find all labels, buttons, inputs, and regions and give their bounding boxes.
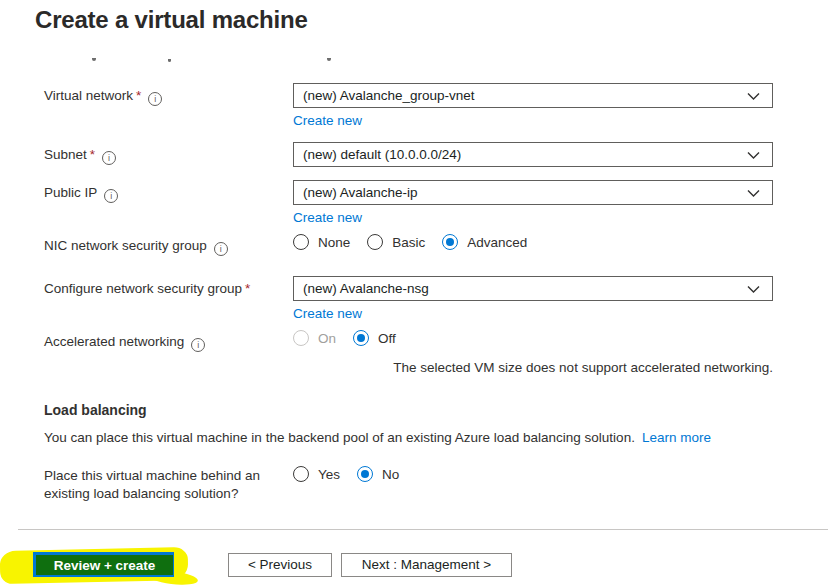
load-balancing-radio-group: Yes No (293, 465, 773, 482)
footer-divider (18, 529, 828, 530)
radio-icon-selected (353, 330, 369, 346)
configure-nsg-field: (new) Avalanche-nsg Create new (293, 276, 773, 322)
chevron-down-icon (747, 285, 760, 294)
chevron-down-icon (747, 189, 760, 198)
field-row-subnet: Subnet*i (new) default (10.0.0.0/24) (44, 142, 773, 167)
virtual-network-field: (new) Avalanche_group-vnet Create new (293, 83, 773, 129)
radio-icon-selected (442, 234, 458, 250)
field-row-accelerated-networking: Accelerated networkingi On Off (44, 329, 773, 352)
field-row-load-balancing-question: Place this virtual machine behind an exi… (44, 465, 773, 502)
configure-nsg-select[interactable]: (new) Avalanche-nsg (293, 276, 773, 301)
accelerated-networking-radio-group: On Off (293, 329, 773, 346)
chevron-down-icon (747, 92, 760, 101)
required-marker: * (90, 147, 95, 162)
required-marker: * (245, 281, 250, 296)
radio-option-basic[interactable]: Basic (367, 234, 425, 250)
info-icon[interactable]: i (102, 151, 116, 165)
info-icon[interactable]: i (214, 242, 228, 256)
radio-icon (293, 234, 309, 250)
radio-icon-selected (357, 466, 373, 482)
radio-label: Yes (318, 467, 340, 482)
nic-nsg-label: NIC network security groupi (44, 233, 293, 256)
subnet-label: Subnet*i (44, 142, 293, 165)
radio-icon-disabled (293, 330, 309, 346)
next-management-button[interactable]: Next : Management > (341, 553, 512, 577)
field-row-configure-nsg: Configure network security group* (new) … (44, 276, 773, 322)
virtual-network-label: Virtual network*i (44, 83, 293, 106)
radio-option-off[interactable]: Off (353, 330, 396, 346)
public-ip-select[interactable]: (new) Avalanche-ip (293, 180, 773, 205)
label-text: NIC network security group (44, 238, 207, 253)
radio-label: Off (378, 331, 396, 346)
virtual-network-create-new-link[interactable]: Create new (293, 113, 362, 128)
field-row-virtual-network: Virtual network*i (new) Avalanche_group-… (44, 83, 773, 129)
load-balancing-description: You can place this virtual machine in th… (44, 430, 788, 445)
info-icon[interactable]: i (148, 92, 162, 106)
configure-nsg-value: (new) Avalanche-nsg (303, 281, 429, 296)
description-text: You can place this virtual machine in th… (44, 430, 635, 445)
review-create-button[interactable]: Review + create (33, 552, 174, 577)
radio-label: Advanced (467, 235, 527, 250)
field-row-public-ip: Public IPi (new) Avalanche-ip Create new (44, 180, 773, 226)
subnet-value: (new) default (10.0.0.0/24) (303, 147, 461, 162)
configure-nsg-create-new-link[interactable]: Create new (293, 306, 362, 321)
highlighter-green-overlay: Review + create (36, 555, 173, 575)
radio-icon (367, 234, 383, 250)
radio-icon (293, 466, 309, 482)
subnet-field: (new) default (10.0.0.0/24) (293, 142, 773, 167)
page-title: Create a virtual machine (35, 6, 308, 34)
radio-option-advanced[interactable]: Advanced (442, 234, 527, 250)
public-ip-field: (new) Avalanche-ip Create new (293, 180, 773, 226)
radio-option-none[interactable]: None (293, 234, 350, 250)
clipped-text-remnant (92, 58, 96, 61)
radio-label: None (318, 235, 350, 250)
clipped-text-remnant (327, 58, 331, 61)
public-ip-create-new-link[interactable]: Create new (293, 210, 362, 225)
radio-option-on: On (293, 330, 336, 346)
label-text: Subnet (44, 147, 87, 162)
subnet-select[interactable]: (new) default (10.0.0.0/24) (293, 142, 773, 167)
radio-label: On (318, 331, 336, 346)
vm-size-note: The selected VM size does not support ac… (293, 360, 773, 375)
radio-option-no[interactable]: No (357, 466, 399, 482)
field-row-nic-nsg: NIC network security groupi None Basic A… (44, 233, 773, 256)
info-icon[interactable]: i (104, 189, 118, 203)
nic-nsg-radio-group: None Basic Advanced (293, 233, 773, 250)
review-create-label: Review + create (54, 558, 156, 573)
label-text: Public IP (44, 185, 97, 200)
radio-option-yes[interactable]: Yes (293, 466, 340, 482)
label-text: Virtual network (44, 88, 133, 103)
radio-label: Basic (392, 235, 425, 250)
load-balancing-question-label: Place this virtual machine behind an exi… (44, 465, 286, 502)
clipped-text-remnant (168, 59, 171, 62)
virtual-network-value: (new) Avalanche_group-vnet (303, 88, 475, 103)
radio-label: No (382, 467, 399, 482)
previous-button[interactable]: < Previous (228, 553, 332, 577)
configure-nsg-label: Configure network security group* (44, 276, 293, 297)
public-ip-label: Public IPi (44, 180, 293, 203)
label-text: Accelerated networking (44, 334, 184, 349)
public-ip-value: (new) Avalanche-ip (303, 185, 418, 200)
create-vm-page: Create a virtual machine Virtual network… (0, 0, 828, 586)
required-marker: * (136, 88, 141, 103)
accelerated-networking-label: Accelerated networkingi (44, 329, 293, 352)
learn-more-link[interactable]: Learn more (642, 430, 711, 445)
virtual-network-select[interactable]: (new) Avalanche_group-vnet (293, 83, 773, 108)
info-icon[interactable]: i (191, 338, 205, 352)
chevron-down-icon (747, 151, 760, 160)
load-balancing-heading: Load balancing (44, 402, 147, 418)
label-text: Configure network security group (44, 281, 242, 296)
